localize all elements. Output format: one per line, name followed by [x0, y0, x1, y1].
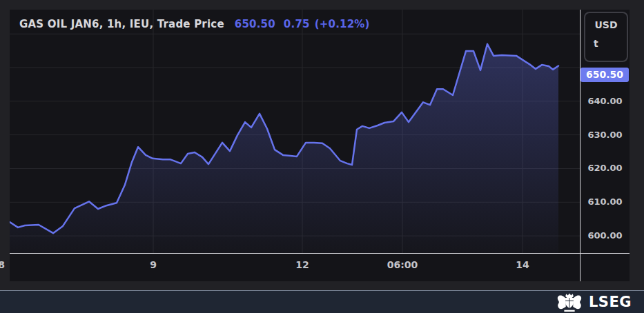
x-tick-label: 14 — [516, 259, 529, 270]
price-chart-plot[interactable] — [10, 10, 580, 281]
x-tick-label: 8 — [0, 259, 5, 270]
chart-title: GAS OIL JAN6, 1h, IEU, Trade Price650.50… — [19, 18, 370, 30]
last-price-badge: 650.50 — [580, 68, 629, 82]
unit-measure-label: t — [585, 38, 627, 49]
x-tick-label: 12 — [295, 259, 309, 270]
price-change-text: 0.75 — [284, 18, 310, 30]
price-area-fill — [10, 44, 558, 253]
chart-area: GAS OIL JAN6, 1h, IEU, Trade Price650.50… — [10, 10, 630, 281]
instrument-label: GAS OIL JAN6, 1h, IEU, Trade Price — [19, 18, 224, 30]
chart-window: { "title": { "instrument": "GAS OIL JAN6… — [0, 0, 644, 313]
lseg-crest-icon — [556, 293, 583, 312]
lseg-wordmark: LSEG — [589, 295, 632, 310]
y-tick-label: 620.00 — [580, 163, 630, 174]
y-tick-label: 640.00 — [580, 96, 630, 107]
y-tick-label: 610.00 — [580, 196, 630, 208]
last-price-text: 650.50 — [235, 18, 275, 30]
y-tick-label: 600.00 — [580, 230, 630, 241]
x-axis-line — [10, 253, 630, 254]
unit-box: USD t — [584, 12, 628, 62]
x-tick-label: 9 — [150, 259, 157, 270]
price-change-pct-text: (+0.12%) — [315, 18, 370, 30]
lseg-footer: LSEG — [0, 290, 644, 313]
y-tick-label: 630.00 — [580, 130, 630, 141]
x-tick-label: 06:00 — [387, 259, 418, 270]
unit-currency-label: USD — [585, 19, 627, 30]
